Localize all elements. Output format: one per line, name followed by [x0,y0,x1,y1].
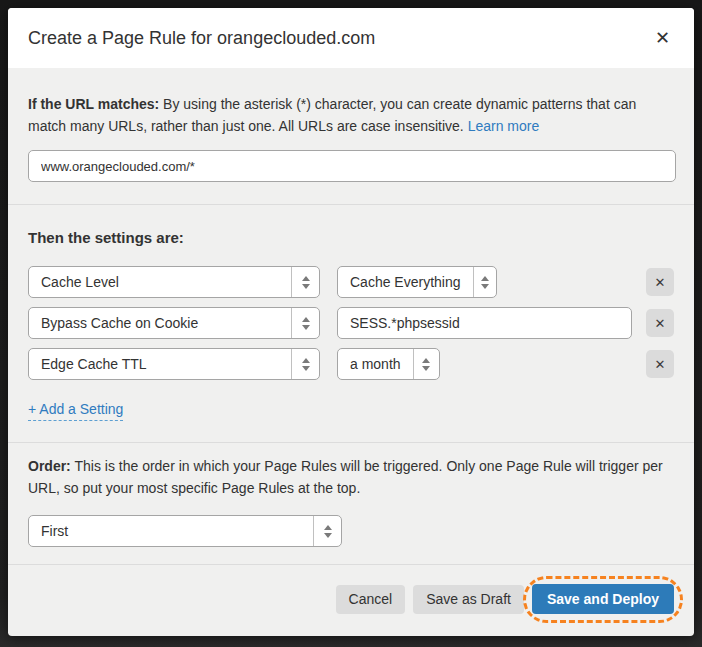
add-setting-link[interactable]: + Add a Setting [28,401,123,421]
select-arrows-icon [291,267,319,297]
setting-row-edge-cache-ttl: Edge Cache TTL a month ✕ [28,348,674,380]
remove-setting-icon[interactable]: ✕ [646,350,674,378]
setting-row-bypass-cache: Bypass Cache on Cookie ✕ [28,307,674,339]
close-icon[interactable]: ✕ [653,27,672,49]
save-and-deploy-button[interactable]: Save and Deploy [532,584,674,614]
remove-setting-icon[interactable]: ✕ [646,309,674,337]
settings-rows: Cache Level Cache Everything ✕ Bypass Ca… [28,266,674,380]
modal-footer: Cancel Save as Draft Save and Deploy [8,564,694,633]
setting-select-edge-cache-ttl[interactable]: Edge Cache TTL [28,348,320,380]
setting-select-cache-level[interactable]: Cache Level [28,266,320,298]
url-pattern-input[interactable] [28,150,676,182]
order-select[interactable]: First [28,515,342,547]
select-arrows-icon [291,349,319,379]
url-match-description: If the URL matches: By using the asteris… [28,93,674,137]
value-select-cache-everything[interactable]: Cache Everything [337,266,497,298]
url-match-section: If the URL matches: By using the asteris… [8,68,694,204]
select-arrows-icon [473,267,496,297]
order-description: Order: This is the order in which your P… [28,455,674,499]
url-match-label: If the URL matches: [28,96,159,112]
learn-more-link[interactable]: Learn more [468,118,540,134]
modal-header: Create a Page Rule for orangeclouded.com… [8,8,694,68]
select-arrows-icon [313,516,341,546]
cancel-button[interactable]: Cancel [336,585,406,614]
settings-label: Then the settings are: [28,229,674,246]
settings-section: Then the settings are: Cache Level Cache… [8,204,694,442]
order-label: Order: [28,458,71,474]
save-and-deploy-wrapper: Save and Deploy [532,584,674,614]
order-section: Order: This is the order in which your P… [8,442,694,564]
cookie-pattern-input[interactable] [337,307,632,339]
save-as-draft-button[interactable]: Save as Draft [413,585,524,614]
remove-setting-icon[interactable]: ✕ [646,268,674,296]
value-select-ttl-duration[interactable]: a month [337,348,440,380]
setting-row-cache-level: Cache Level Cache Everything ✕ [28,266,674,298]
select-arrows-icon [413,349,439,379]
page-title: Create a Page Rule for orangeclouded.com [28,28,375,49]
setting-select-bypass-cache[interactable]: Bypass Cache on Cookie [28,307,320,339]
create-page-rule-modal: Create a Page Rule for orangeclouded.com… [8,8,694,636]
select-arrows-icon [291,308,319,338]
